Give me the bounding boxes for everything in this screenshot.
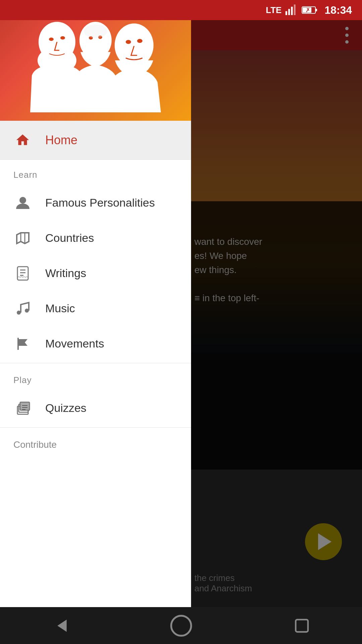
contribute-section-label: Contribute bbox=[0, 429, 191, 455]
header-image bbox=[25, 8, 166, 112]
bottom-nav-bar bbox=[0, 607, 362, 644]
battery-icon bbox=[302, 5, 318, 15]
signal-icon bbox=[285, 3, 298, 17]
svg-marker-35 bbox=[57, 620, 67, 632]
famous-personalities-item[interactable]: Famous Personalities bbox=[0, 185, 191, 220]
svg-point-18 bbox=[126, 40, 131, 44]
back-button[interactable] bbox=[47, 612, 74, 639]
philosophers-silhouette bbox=[25, 8, 166, 112]
bottom-text-1: the crimes bbox=[194, 573, 355, 583]
writings-label: Writings bbox=[45, 267, 86, 280]
status-bar: LTE 18:34 bbox=[0, 0, 362, 20]
home-circle-button[interactable] bbox=[168, 612, 194, 639]
bottom-text-2: and Anarchism bbox=[194, 583, 355, 594]
book-icon bbox=[13, 264, 32, 282]
right-text-content: want to discover es! We hope ew things. … bbox=[194, 235, 355, 305]
play-section-label: Play bbox=[0, 365, 191, 390]
status-icons: LTE 18:34 bbox=[266, 3, 352, 17]
quiz-icon bbox=[13, 399, 32, 417]
clock: 18:34 bbox=[324, 4, 352, 16]
bottom-right-text: the crimes and Anarchism bbox=[194, 573, 355, 594]
music-item[interactable]: Music bbox=[0, 291, 191, 326]
home-menu-item[interactable]: Home bbox=[0, 121, 191, 160]
more-options-button[interactable] bbox=[345, 27, 349, 44]
svg-point-27 bbox=[25, 309, 29, 313]
flag-icon bbox=[13, 229, 32, 247]
svg-point-20 bbox=[19, 197, 26, 204]
section-divider bbox=[0, 363, 191, 363]
home-circle-icon bbox=[170, 615, 192, 637]
lte-icon: LTE bbox=[266, 5, 282, 15]
learn-section-label: Learn bbox=[0, 160, 191, 185]
right-text-1: want to discover bbox=[194, 235, 355, 249]
right-text-4: ≡ in the top left- bbox=[194, 291, 355, 305]
svg-point-36 bbox=[171, 615, 191, 636]
music-icon bbox=[13, 299, 32, 318]
right-text-2: es! We hope bbox=[194, 249, 355, 263]
svg-point-12 bbox=[60, 36, 65, 40]
music-label: Music bbox=[45, 302, 75, 315]
home-label: Home bbox=[45, 133, 77, 147]
countries-item[interactable]: Countries bbox=[0, 220, 191, 256]
dot1 bbox=[345, 27, 349, 30]
writings-item[interactable]: Writings bbox=[0, 256, 191, 291]
svg-rect-31 bbox=[20, 402, 29, 410]
dot3 bbox=[345, 40, 349, 44]
svg-rect-3 bbox=[294, 4, 296, 15]
quizzes-label: Quizzes bbox=[45, 401, 86, 415]
dot2 bbox=[345, 34, 349, 37]
svg-rect-0 bbox=[286, 11, 287, 15]
countries-label: Countries bbox=[45, 231, 94, 245]
quizzes-item[interactable]: Quizzes bbox=[0, 390, 191, 426]
svg-rect-1 bbox=[288, 9, 290, 15]
svg-rect-37 bbox=[296, 620, 308, 632]
svg-rect-2 bbox=[291, 7, 293, 15]
svg-point-19 bbox=[137, 39, 142, 43]
right-text-3: ew things. bbox=[194, 263, 355, 277]
svg-point-16 bbox=[84, 24, 107, 38]
movements-flag-icon bbox=[13, 334, 32, 353]
person-icon bbox=[13, 194, 32, 212]
svg-point-26 bbox=[17, 311, 21, 315]
play-divider bbox=[0, 427, 191, 428]
recent-apps-button[interactable] bbox=[288, 612, 315, 639]
movements-item[interactable]: Movements bbox=[0, 326, 191, 361]
svg-rect-6 bbox=[315, 9, 317, 11]
play-button[interactable] bbox=[305, 523, 342, 560]
svg-point-11 bbox=[49, 38, 54, 41]
back-icon bbox=[51, 616, 70, 635]
home-icon bbox=[13, 131, 32, 149]
play-triangle-icon bbox=[318, 533, 331, 550]
movements-label: Movements bbox=[45, 337, 104, 350]
square-icon bbox=[293, 616, 311, 635]
nav-drawer: Home Learn Famous Personalities Countrie… bbox=[0, 0, 191, 644]
famous-personalities-label: Famous Personalities bbox=[45, 196, 155, 209]
